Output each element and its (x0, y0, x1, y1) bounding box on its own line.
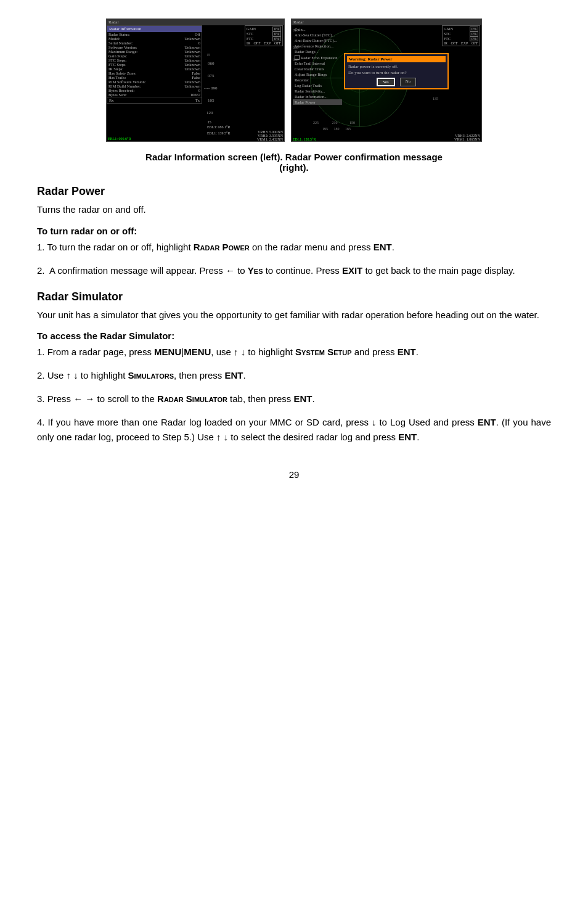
radar-power-body: Turns the radar on and off. (37, 203, 551, 217)
arrow-down1: ↓ (372, 417, 377, 427)
warning-body: Radar power is currently off. Do you wan… (347, 64, 446, 76)
ent-term5: ENT (478, 417, 496, 427)
system-setup-term: System Setup (295, 347, 351, 357)
turn-radar-para1: 1. To turn the radar on or off, highligh… (37, 240, 551, 255)
range-bottom-right: 225 210 150 (313, 121, 355, 125)
menu-term: MENU (154, 347, 181, 357)
radar-info-title: Radar Information (107, 26, 202, 32)
access-simulator-heading: To access the Radar Simulator: (37, 331, 551, 341)
simulator-para4: 4. If you have more than one Radar log l… (37, 415, 551, 445)
radar-info-panel: Radar Information Radar Status:Off Model… (107, 25, 202, 104)
turn-radar-heading: To turn radar on or off: (37, 226, 551, 236)
ent-term4: ENT (293, 393, 312, 404)
arrows2: ↑ ↓ (67, 370, 78, 380)
page-number: 29 (37, 469, 551, 480)
radar-screen-left: Radar Radar Information Radar Status:Off… (106, 19, 285, 142)
radar-screen-right: Radar GAIN 0% STC 0% FTC 0% IROFF EXPOFF (291, 19, 482, 142)
screenshots-row: Radar Radar Information Radar Status:Off… (37, 19, 551, 142)
ent-term3: ENT (225, 370, 243, 380)
arrows4: ↑ ↓ (216, 432, 228, 442)
ebl3-left: EBL3: 086.1°R (207, 125, 230, 129)
page-container: Radar Radar Information Radar Status:Off… (0, 0, 588, 917)
simulator-para3: 3. Press ← → to scroll to the Radar Simu… (37, 392, 551, 406)
radar-simulator-body: Your unit has a simulator that gives you… (37, 308, 551, 323)
exit-term: EXIT (342, 265, 362, 276)
warning-buttons: Yes No (347, 78, 446, 86)
ent-term6: ENT (398, 432, 417, 442)
ent-term2: ENT (398, 347, 416, 357)
gain-panel-right: GAIN 0% STC 0% FTC 0% IROFF EXPOFF (442, 25, 480, 46)
yes-term: Yes (248, 265, 263, 276)
simulators-term: Simulators (128, 370, 174, 380)
radar-rx-tx: RxTx (107, 97, 202, 103)
warning-title: Warning: Radar Power (347, 56, 446, 62)
radar-sim-term: Radar Simulator (157, 393, 227, 404)
ebl-right: EBL1: 138.5°R (293, 138, 316, 141)
radar-menu-right: Gain... Anti-Sea Clutter (STC)... Anti-R… (293, 27, 342, 105)
vrm-right: VRH3: 2.622NN VRM1: 1.865NN (454, 134, 480, 141)
radar-power-term: Radar Power (194, 242, 250, 252)
range-bottom2-right: 195 180 165 (322, 127, 351, 131)
ebl-left: EBL1: 090.6°R (107, 136, 132, 141)
warning-dialog: Warning: Radar Power Radar power is curr… (344, 53, 449, 89)
radar-power-heading: Radar Power (37, 185, 551, 198)
radar-simulator-heading: Radar Simulator (37, 290, 551, 303)
simulator-para2: 2. Use ↑ ↓ to highlight Simulators, then… (37, 368, 551, 383)
section-radar-power: Radar Power Turns the radar on and off. … (37, 185, 551, 278)
turn-radar-para2: 2. A confirmation message will appear. P… (37, 263, 551, 278)
ent-term1: ENT (374, 242, 392, 252)
yes-button[interactable]: Yes (377, 78, 395, 86)
arrows1: ↑ ↓ (234, 347, 245, 357)
arrow-left1: ← (226, 265, 235, 276)
gain-panel-left: GAIN 0% STC 0% FTC 0% IROFF EXPOFF (245, 25, 283, 46)
radar-title-bar: Radar (107, 19, 284, 25)
section-radar-simulator: Radar Simulator Your unit has a simulato… (37, 290, 551, 445)
no-button[interactable]: No (400, 78, 417, 86)
radar-info-fields: Radar Status:Off Model:Unknown Serial Nu… (107, 32, 202, 97)
simulator-para1: 1. From a radar page, press MENU|MENU, u… (37, 345, 551, 360)
radar-title-bar-right: Radar (292, 19, 481, 25)
arrows3: ← → (73, 393, 94, 404)
ebl1-left2: EBL1: 139.5°R (207, 131, 230, 135)
menu-term2: MENU (184, 347, 211, 357)
vrm-left: VRH3: 5.000NN VRH2: 3.595NN VRM1: 2.432N… (257, 130, 283, 141)
screenshot-caption: Radar Information screen (left). Radar P… (37, 152, 551, 173)
